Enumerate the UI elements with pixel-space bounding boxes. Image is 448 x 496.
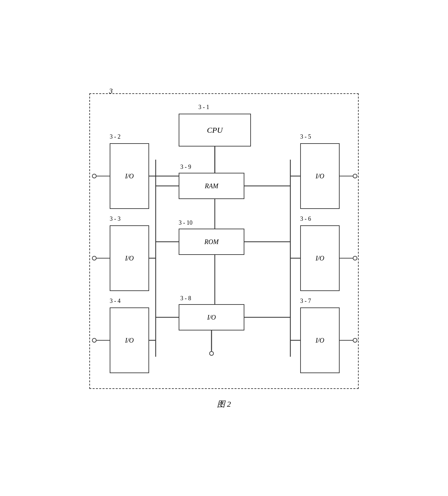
io35-text: I/O [316,172,325,180]
ram-label: 3 - 9 [180,164,191,170]
right-circle-3 [353,338,357,343]
io35-label: 3 - 5 [300,133,311,140]
rom-box: ROM [179,229,244,255]
ram-text: RAM [205,182,218,190]
io32-box: I/O [110,143,149,209]
io37-box: I/O [300,307,340,373]
io34-label: 3 - 4 [110,298,121,304]
io38-label: 3 - 8 [180,295,191,302]
cpu-box: CPU [179,114,251,147]
io34-box: I/O [110,307,149,373]
io36-text: I/O [316,255,325,262]
figure-caption: 图 2 [217,399,231,409]
main-box: CPU 3 - 1 I/O 3 - 2 I/O 3 - 3 I/O 3 - 4 … [89,93,359,389]
io36-label: 3 - 6 [300,215,311,222]
left-circle-1 [92,174,97,178]
bottom-circle [209,351,214,356]
io32-label: 3 - 2 [110,133,121,140]
io38-text: I/O [207,314,216,321]
diagram-wrapper: 3 [89,87,359,409]
io36-box: I/O [300,225,340,291]
io33-box: I/O [110,225,149,291]
io35-box: I/O [300,143,340,209]
left-circle-2 [92,256,97,260]
right-circle-1 [353,174,357,178]
rom-text: ROM [204,238,218,246]
io33-label: 3 - 3 [110,215,121,222]
io33-text: I/O [125,255,134,262]
rom-label: 3 - 10 [179,219,192,226]
io34-text: I/O [125,337,134,344]
cpu-label: 3 - 1 [198,104,209,111]
right-circle-2 [353,256,357,260]
cpu-text: CPU [207,126,223,135]
io37-text: I/O [316,337,325,344]
io38-box: I/O [179,304,244,330]
io32-text: I/O [125,172,134,180]
io37-label: 3 - 7 [300,298,311,304]
left-circle-3 [92,338,97,343]
ram-box: RAM [179,173,244,199]
